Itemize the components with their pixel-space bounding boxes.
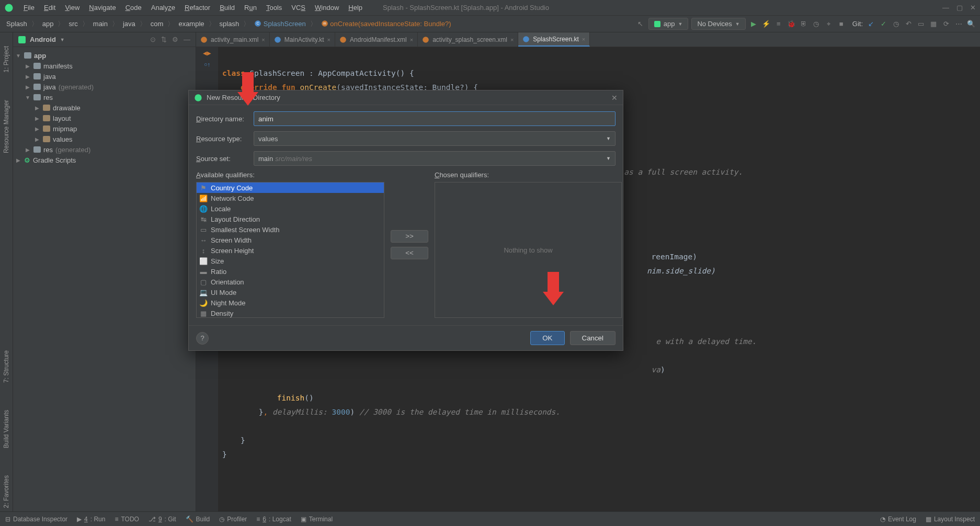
qualifier-item[interactable]: ▦Density (197, 308, 384, 318)
crumb-5[interactable]: com (149, 20, 166, 28)
crumb-1[interactable]: app (40, 20, 56, 28)
run-icon[interactable]: ▶ (749, 19, 758, 29)
status-terminal[interactable]: ▣ Terminal (301, 516, 333, 523)
qualifier-item[interactable]: 🌐Locale (197, 203, 384, 214)
menu-run[interactable]: Run (240, 4, 261, 12)
ok-button[interactable]: OK (530, 331, 564, 345)
crumb-3[interactable]: main (91, 20, 110, 28)
close-tab-icon[interactable]: × (327, 37, 331, 43)
project-tree[interactable]: ▼app ▶manifests ▶java ▶java (generated) … (13, 47, 196, 168)
menu-file[interactable]: File (19, 4, 39, 12)
menu-tools[interactable]: Tools (261, 4, 287, 12)
minimize-icon[interactable]: — (942, 4, 949, 12)
git-revert-icon[interactable]: ↶ (904, 19, 913, 29)
apply-changes-icon[interactable]: ⚡ (761, 19, 771, 29)
gutter-override-icon[interactable]: ◀▶ (203, 50, 211, 56)
qualifier-item[interactable]: ↔Screen Width (197, 235, 384, 245)
qualifier-item[interactable]: ▭Smallest Screen Width (197, 224, 384, 235)
status-event-log[interactable]: ◔ Event Log (880, 516, 916, 523)
qualifier-item[interactable]: ↹Layout Direction (197, 214, 384, 224)
menu-help[interactable]: Help (344, 4, 367, 12)
sort-icon[interactable]: ⇅ (161, 36, 167, 43)
back-icon[interactable]: ↖ (636, 19, 645, 29)
status-layout-inspector[interactable]: ▦ Layout Inspect (926, 516, 975, 523)
git-history-icon[interactable]: ◷ (891, 19, 901, 29)
close-tab-icon[interactable]: × (510, 37, 514, 43)
qualifier-item[interactable]: ↕Screen Height (197, 245, 384, 256)
close-window-icon[interactable]: ✕ (970, 4, 976, 12)
crumb-4[interactable]: java (121, 20, 138, 28)
status-db-inspector[interactable]: ⊟ Database Inspector (5, 516, 67, 523)
profiler-icon[interactable]: ◷ (812, 19, 821, 29)
sdk-manager-icon[interactable]: ▦ (929, 19, 938, 29)
coverage-icon[interactable]: ⛨ (799, 19, 808, 29)
help-button[interactable]: ? (196, 332, 209, 345)
qualifier-item[interactable]: ▬Ratio (197, 266, 384, 277)
menu-analyze[interactable]: Analyze (146, 4, 180, 12)
qualifier-item[interactable]: 💻UI Mode (197, 287, 384, 298)
attach-debugger-icon[interactable]: ⌖ (824, 19, 834, 29)
gutter-override-icon-2[interactable]: ○↑ (204, 61, 210, 67)
crumb-0[interactable]: Splash (4, 20, 29, 28)
status-git[interactable]: ⎇ 9: Git (149, 516, 176, 523)
avd-manager-icon[interactable]: ▭ (916, 19, 926, 29)
editor-tab[interactable]: MainActivity.kt× (270, 32, 335, 47)
project-view-selector[interactable]: Android (30, 36, 56, 43)
crumb-9[interactable]: m onCreate(savedInstanceState: Bundle?) (319, 20, 453, 28)
sourceset-select[interactable]: mainsrc/main/res ▼ (254, 151, 616, 166)
status-todo[interactable]: ≡ TODO (115, 516, 139, 523)
editor-tab[interactable]: SplashScreen.kt× (518, 32, 590, 47)
menu-refactor[interactable]: Refactor (180, 4, 215, 12)
status-build[interactable]: 🔨 Build (186, 516, 210, 523)
run-config-dropdown[interactable]: app ▼ (648, 18, 689, 30)
target-icon[interactable]: ⊙ (150, 36, 156, 43)
qualifier-item[interactable]: 📶Network Code (197, 193, 384, 203)
menu-code[interactable]: Code (121, 4, 146, 12)
sync-icon[interactable]: ⟳ (941, 19, 951, 29)
cancel-button[interactable]: Cancel (570, 331, 616, 345)
menu-view[interactable]: View (60, 4, 84, 12)
dirname-input[interactable] (254, 111, 616, 126)
available-qualifiers-list[interactable]: ⚑Country Code📶Network Code🌐Locale↹Layout… (196, 182, 384, 318)
stop-icon[interactable]: ■ (837, 19, 846, 29)
menu-window[interactable]: Window (310, 4, 344, 12)
more-icon[interactable]: ⋯ (954, 19, 963, 29)
qualifier-item[interactable]: 🌙Night Mode (197, 298, 384, 308)
crumb-2[interactable]: src (66, 20, 79, 28)
close-tab-icon[interactable]: × (582, 36, 585, 42)
close-tab-icon[interactable]: × (261, 37, 265, 43)
status-logcat[interactable]: ≡ 6: Logcat (256, 516, 291, 523)
status-profiler[interactable]: ◷ Profiler (219, 516, 247, 523)
rail-project[interactable]: 1: Project (3, 43, 10, 76)
device-dropdown[interactable]: No Devices ▼ (691, 18, 745, 30)
crumb-8[interactable]: C SplashScreen (252, 20, 308, 28)
editor-tab[interactable]: activity_main.xml× (196, 32, 270, 47)
hide-icon[interactable]: — (184, 36, 190, 43)
menu-build[interactable]: Build (215, 4, 240, 12)
menu-edit[interactable]: Edit (39, 4, 60, 12)
gear-icon[interactable]: ⚙ (172, 36, 178, 43)
debug-icon[interactable]: 🐞 (787, 19, 796, 29)
status-run[interactable]: ▶ 4: Run (77, 516, 105, 523)
restype-select[interactable]: values ▼ (254, 131, 616, 146)
rail-favorites[interactable]: 2: Favorites (3, 472, 10, 511)
crumb-7[interactable]: splash (218, 20, 242, 28)
crumb-6[interactable]: example (176, 20, 206, 28)
remove-qualifier-button[interactable]: << (391, 247, 428, 259)
menu-vcs[interactable]: VCS (287, 4, 310, 12)
qualifier-item[interactable]: ⚑Country Code (197, 182, 384, 193)
menu-navigate[interactable]: Navigate (84, 4, 120, 12)
maximize-icon[interactable]: ▢ (956, 4, 963, 12)
qualifier-item[interactable]: ▢Orientation (197, 277, 384, 287)
git-update-icon[interactable]: ↙ (866, 19, 875, 29)
add-qualifier-button[interactable]: >> (391, 230, 428, 243)
search-everywhere-icon[interactable]: 🔍 (966, 19, 976, 29)
chosen-qualifiers-list[interactable]: Nothing to show (435, 182, 622, 318)
dialog-close-icon[interactable]: ✕ (611, 94, 618, 102)
rail-resource-manager[interactable]: Resource Manager (3, 97, 10, 156)
apply-code-icon[interactable]: ≡ (774, 19, 783, 29)
qualifier-item[interactable]: ⬜Size (197, 256, 384, 266)
rail-build-variants[interactable]: Build Variants (3, 407, 10, 451)
close-tab-icon[interactable]: × (410, 37, 413, 43)
rail-structure[interactable]: 7: Structure (3, 347, 10, 386)
